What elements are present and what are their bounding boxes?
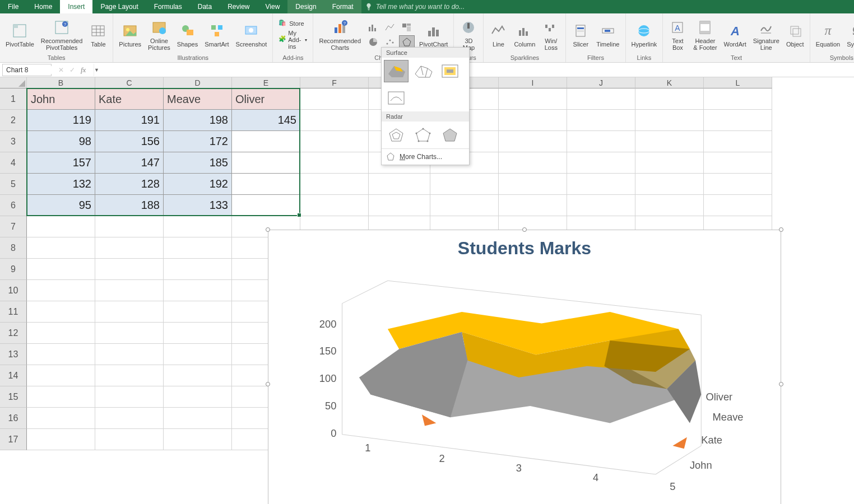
cell[interactable] — [27, 237, 95, 259]
recommended-pivottables-button[interactable]: ?Recommended PivotTables — [39, 17, 85, 52]
fx-icon[interactable]: fx — [81, 66, 86, 74]
row-header[interactable]: 5 — [0, 174, 27, 195]
tab-home[interactable]: Home — [26, 0, 60, 13]
symbol-button[interactable]: ΩSymbol — [844, 21, 854, 49]
cell[interactable] — [164, 259, 232, 280]
chart-pie-icon[interactable] — [365, 35, 381, 49]
formula-input[interactable] — [94, 64, 854, 76]
row-header[interactable]: 13 — [0, 344, 27, 365]
cell[interactable] — [567, 88, 635, 110]
cell[interactable]: 98 — [27, 131, 95, 152]
chart-plot-area[interactable]: 0 50 100 150 200 — [291, 275, 758, 491]
name-box[interactable]: ▼ — [2, 64, 52, 76]
row-header[interactable]: 14 — [0, 365, 27, 386]
cell[interactable] — [27, 429, 95, 450]
pivottable-button[interactable]: PivotTable — [3, 21, 36, 49]
cell[interactable] — [232, 195, 300, 216]
cell[interactable] — [232, 152, 300, 174]
cell[interactable] — [95, 301, 164, 323]
cell[interactable] — [635, 195, 704, 216]
cell[interactable] — [95, 259, 164, 280]
cell[interactable]: 133 — [164, 195, 232, 216]
cell[interactable] — [567, 174, 635, 195]
online-pictures-button[interactable]: Online Pictures — [146, 17, 173, 52]
slicer-button[interactable]: Slicer — [569, 21, 592, 49]
cell[interactable] — [704, 195, 772, 216]
cell[interactable]: 156 — [95, 131, 164, 152]
chart-hierarchy-icon[interactable] — [399, 21, 415, 34]
cell[interactable] — [300, 131, 369, 152]
cell[interactable] — [499, 152, 567, 174]
cell[interactable] — [369, 195, 430, 216]
surface-3d-option[interactable] — [384, 60, 409, 82]
radar-filled-option[interactable] — [438, 124, 462, 146]
cell[interactable] — [164, 280, 232, 301]
radar-option[interactable] — [384, 124, 409, 146]
equation-button[interactable]: πEquation — [814, 21, 842, 49]
cell[interactable] — [704, 131, 772, 152]
cell[interactable] — [499, 110, 567, 131]
cell[interactable]: 95 — [27, 195, 95, 216]
cell[interactable] — [300, 195, 369, 216]
cell[interactable] — [27, 344, 95, 365]
wordart-button[interactable]: AWordArt — [722, 21, 749, 49]
col-header[interactable]: D — [164, 77, 232, 88]
sparkline-line-button[interactable]: Line — [487, 21, 509, 49]
cell[interactable] — [567, 195, 635, 216]
cell[interactable] — [164, 386, 232, 408]
tab-data[interactable]: Data — [190, 0, 220, 13]
tab-review[interactable]: Review — [220, 0, 257, 13]
cell[interactable]: 119 — [27, 110, 95, 131]
smartart-button[interactable]: SmartArt — [202, 21, 231, 49]
cell[interactable] — [95, 386, 164, 408]
object-button[interactable]: Object — [784, 21, 806, 49]
chart-object[interactable]: Students Marks 0 50 100 150 200 — [268, 230, 781, 504]
tell-me-search[interactable]: Tell me what you want to do... — [361, 0, 854, 13]
cell[interactable] — [164, 429, 232, 450]
more-charts-button[interactable]: MMore Charts...ore Charts... — [382, 148, 469, 165]
col-header[interactable]: E — [232, 77, 300, 88]
chart-scatter-icon[interactable] — [382, 35, 398, 49]
col-header[interactable]: C — [95, 77, 164, 88]
cancel-icon[interactable]: ✕ — [58, 66, 64, 74]
row-header[interactable]: 2 — [0, 110, 27, 131]
tab-design[interactable]: Design — [287, 0, 324, 13]
resize-handle[interactable] — [779, 382, 783, 386]
cell[interactable]: 188 — [95, 195, 164, 216]
radar-markers-option[interactable] — [411, 124, 435, 146]
resize-handle[interactable] — [779, 227, 783, 232]
row-header[interactable]: 11 — [0, 301, 27, 323]
row-header[interactable]: 8 — [0, 237, 27, 259]
row-header[interactable]: 15 — [0, 386, 27, 408]
cell[interactable]: 128 — [95, 174, 164, 195]
hyperlink-button[interactable]: Hyperlink — [629, 21, 660, 49]
row-header[interactable]: 1 — [0, 88, 27, 110]
cell[interactable] — [300, 174, 369, 195]
cell[interactable]: 157 — [27, 152, 95, 174]
cell[interactable]: Oliver — [232, 88, 300, 110]
cell[interactable]: 191 — [95, 110, 164, 131]
tab-formulas[interactable]: Formulas — [146, 0, 190, 13]
col-header[interactable]: J — [567, 77, 635, 88]
row-header[interactable]: 16 — [0, 408, 27, 429]
tab-file[interactable]: File — [0, 0, 26, 13]
row-header[interactable]: 10 — [0, 280, 27, 301]
cell[interactable] — [300, 88, 369, 110]
cell[interactable]: 172 — [164, 131, 232, 152]
cell[interactable] — [635, 152, 704, 174]
shapes-button[interactable]: Shapes — [175, 21, 200, 49]
cell[interactable] — [369, 174, 430, 195]
cell[interactable] — [300, 152, 369, 174]
cell[interactable]: Meave — [164, 88, 232, 110]
cell[interactable] — [635, 174, 704, 195]
cell[interactable] — [27, 259, 95, 280]
cell[interactable] — [499, 174, 567, 195]
pivotchart-button[interactable]: PivotChart — [417, 21, 450, 49]
cell[interactable] — [704, 88, 772, 110]
cell[interactable] — [704, 110, 772, 131]
resize-handle[interactable] — [522, 227, 527, 232]
chart-line-icon[interactable] — [382, 21, 398, 34]
sparkline-column-button[interactable]: Column — [512, 21, 537, 49]
cell[interactable] — [300, 110, 369, 131]
cell[interactable]: 192 — [164, 174, 232, 195]
